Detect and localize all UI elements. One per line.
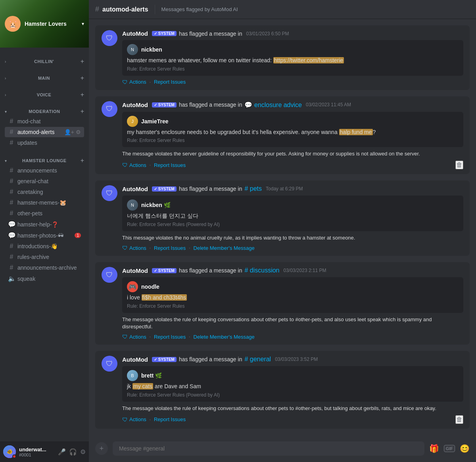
system-badge: ✓ SYSTEM [152, 268, 177, 273]
settings-icon[interactable]: ⚙ [80, 448, 86, 456]
channel-name-label: updates [17, 140, 81, 146]
sidebar-item-squeak[interactable]: 🔈 squeak [5, 273, 84, 284]
actions-button[interactable]: 🛡 Actions [122, 79, 146, 85]
hash-icon: # [8, 243, 15, 250]
message-input[interactable] [113, 441, 424, 456]
channel-name-label: rules-archive [17, 254, 81, 260]
report-issues-label: Report Issues [154, 416, 186, 422]
original-message-text: jk my cats are Dave and Sam [127, 383, 459, 391]
sidebar-item-rules-archive[interactable]: # rules-archive [5, 252, 84, 262]
automod-username: AutoMod [122, 30, 148, 37]
original-message-block: N nickben 🌿 너에게 햄스터를 던지고 싶다 Rule: Enforc… [122, 196, 463, 231]
original-author-avatar: J [127, 116, 138, 127]
gift-icon[interactable]: 🎁 [429, 444, 439, 453]
add-channel-icon[interactable]: + [81, 75, 84, 82]
category-voice-header[interactable]: › VOICE + [3, 90, 86, 99]
automod-message-content: AutoMod ✓ SYSTEM has flagged a message i… [122, 101, 463, 170]
channel-link[interactable]: # general [244, 356, 271, 363]
unread-badge: 1 [75, 233, 81, 238]
message-timestamp: 03/03/2023 2:11 PM [284, 268, 326, 273]
highlighted-text: fi$h and ch33t4hs [142, 294, 187, 301]
automod-avatar: 🛡 [102, 356, 117, 372]
attach-button[interactable]: + [95, 442, 108, 455]
channel-link[interactable]: # pets [244, 185, 262, 192]
headphones-icon[interactable]: 🎧 [69, 448, 77, 456]
main-content: # automod-alerts Messages flagged by Aut… [89, 0, 476, 462]
actions-label: Actions [129, 416, 146, 422]
rule-text: Rule: Enforce Server Rules [127, 138, 459, 143]
delete-member-message-button[interactable]: Delete Member's Message [194, 245, 255, 251]
delete-button[interactable]: 🗑 [455, 415, 463, 424]
delete-member-message-label: Delete Member's Message [194, 245, 255, 251]
microphone-icon[interactable]: 🎤 [58, 448, 66, 456]
message-actions: 🛡 Actions · Report Issues · Delete Membe… [122, 334, 463, 340]
report-issues-label: Report Issues [154, 334, 186, 340]
actions-button[interactable]: 🛡 Actions [122, 416, 146, 423]
channel-link[interactable]: 💬 enclosure advice [244, 101, 302, 109]
sidebar-item-hamster-help[interactable]: 💬 hamster-help-❓ [5, 219, 84, 230]
hash-icon: # [95, 5, 99, 13]
hash-icon: # [8, 178, 15, 185]
original-message-block: B brett 🌿 jk my cats are Dave and Sam Ru… [122, 366, 463, 402]
sidebar-item-announcements[interactable]: # announcements [5, 165, 84, 176]
flagged-text: has flagged a message in [179, 102, 242, 108]
channel-header-name: automod-alerts [102, 6, 148, 13]
actions-label: Actions [129, 245, 146, 251]
message-timestamp: Today at 6:29 PM [266, 186, 303, 192]
sidebar-item-introductions[interactable]: # introductions-👋 [5, 241, 84, 251]
report-issues-button[interactable]: Report Issues [154, 162, 186, 168]
automod-flagged-message: 🛡 AutoMod ✓ SYSTEM has flagged a message… [95, 25, 470, 90]
channel-name-label: hamster-photos-🕶 [17, 232, 72, 239]
add-channel-icon[interactable]: + [81, 91, 84, 98]
category-chillin-header[interactable]: › CHILLIN' + [3, 57, 86, 66]
sidebar-item-mod-chat[interactable]: # mod-chat [5, 116, 84, 127]
settings-icon[interactable]: ⚙ [76, 129, 81, 135]
actions-button[interactable]: 🛡 Actions [122, 245, 146, 251]
delete-member-message-button[interactable]: Delete Member's Message [194, 334, 255, 340]
system-badge: ✓ SYSTEM [152, 186, 177, 192]
message-actions: 🛡 Actions · Report Issues 🗑 [122, 415, 463, 424]
category-moderation-header[interactable]: ▾ MODERATION + [3, 107, 86, 116]
actions-button[interactable]: 🛡 Actions [122, 162, 146, 168]
delete-member-message-label: Delete Member's Message [194, 334, 255, 340]
emoji-icon[interactable]: 😊 [460, 444, 470, 453]
category-main-header[interactable]: › MAIN + [3, 74, 86, 82]
flagged-text: has flagged a message in [179, 267, 242, 274]
original-message-block: N nickben hamster memes are whatever, fo… [122, 40, 463, 76]
chevron-icon: › [5, 93, 6, 97]
chevron-icon: ▾ [5, 109, 7, 114]
report-issues-button[interactable]: Report Issues [154, 79, 186, 85]
sidebar-item-announcements-archive[interactable]: # announcements-archive [5, 263, 84, 273]
sidebar-item-caretaking[interactable]: # caretaking [5, 187, 84, 197]
speaker-icon: 🔈 [8, 275, 15, 282]
sidebar-item-automod-alerts[interactable]: # automod-alerts 👤+ ⚙ [5, 127, 84, 137]
chevron-icon: › [5, 59, 6, 64]
sidebar-item-updates[interactable]: # updates [5, 138, 84, 148]
automod-flagged-message: 🛡 AutoMod ✓ SYSTEM has flagged a message… [95, 96, 470, 174]
message-timestamp: 03/01/2023 6:50 PM [246, 31, 289, 36]
highlighted-text: halp fund me [339, 129, 373, 135]
category-hamster-lounge-header[interactable]: ▾ HAMSTER LOUNGE + [3, 156, 86, 165]
channel-link[interactable]: # discussion [244, 267, 279, 274]
add-channel-icon[interactable]: + [81, 58, 84, 65]
system-badge: ✓ SYSTEM [152, 357, 177, 362]
report-issues-button[interactable]: Report Issues [154, 245, 186, 251]
shield-icon: 🛡 [122, 245, 128, 251]
delete-button[interactable]: 🗑 [455, 161, 463, 169]
add-channel-icon[interactable]: + [81, 157, 84, 164]
sidebar-item-hamster-photos[interactable]: 💬 hamster-photos-🕶 1 [5, 230, 84, 241]
chevron-icon: ▾ [5, 159, 7, 163]
sidebar-item-other-pets[interactable]: # other-pets [5, 208, 84, 219]
gif-button[interactable]: GIF [444, 445, 455, 452]
add-channel-icon[interactable]: + [81, 108, 84, 115]
sidebar-item-general-chat[interactable]: # general-chat [5, 176, 84, 186]
highlighted-text: my cats [132, 383, 153, 389]
actions-label: Actions [129, 334, 146, 340]
add-member-icon[interactable]: 👤+ [64, 129, 74, 135]
report-issues-button[interactable]: Report Issues [154, 334, 186, 340]
report-issues-button[interactable]: Report Issues [154, 416, 186, 422]
actions-button[interactable]: 🛡 Actions [122, 334, 146, 340]
server-header[interactable]: 🐹 Hamster Lovers ▾ [0, 0, 89, 48]
automod-avatar: 🛡 [102, 101, 117, 117]
sidebar-item-hamster-memes[interactable]: # hamster-memes-🐹 [5, 197, 84, 208]
